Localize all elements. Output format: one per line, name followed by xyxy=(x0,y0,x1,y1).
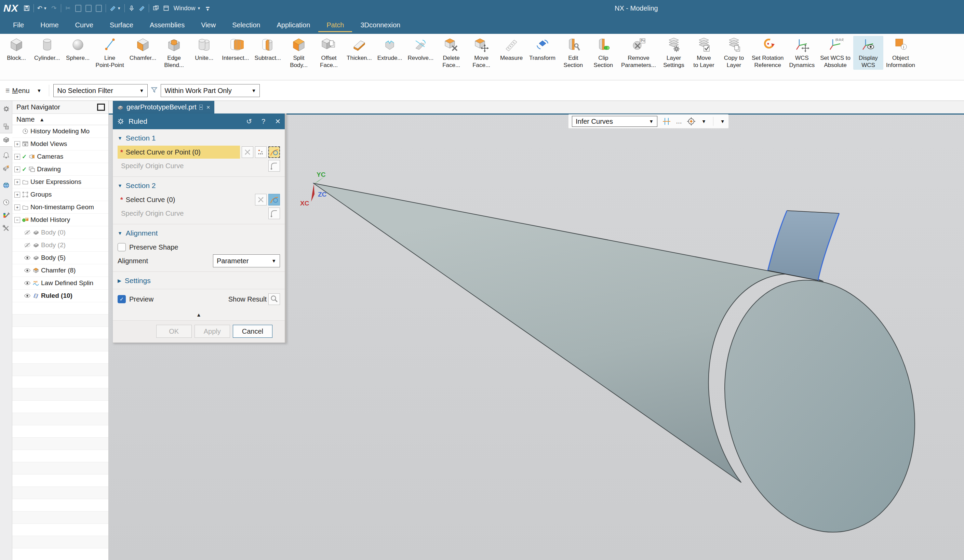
expand-icon[interactable]: + xyxy=(15,166,20,172)
tree-row-cameras[interactable]: +✓Cameras xyxy=(12,150,108,163)
chamfer-button[interactable]: Chamfer... xyxy=(127,36,159,62)
system-tools-icon[interactable] xyxy=(0,222,12,235)
dialog-title-bar[interactable]: Ruled ↺ ? ✕ xyxy=(113,114,285,129)
set-wcs-to-absolute-button[interactable]: Set WCS toAbsolute xyxy=(817,36,853,70)
visibility-on-icon[interactable] xyxy=(24,254,31,261)
dialog-close-icon[interactable]: ✕ xyxy=(275,117,281,125)
constraint-navigator-icon[interactable] xyxy=(0,162,12,175)
cut-icon[interactable]: ✂ xyxy=(65,4,72,13)
visibility-off-icon[interactable] xyxy=(24,229,31,236)
selection-filter-combo[interactable]: No Selection Filter▼ xyxy=(53,84,148,97)
menu-selection[interactable]: Selection xyxy=(224,18,268,32)
preserve-shape-checkbox[interactable] xyxy=(117,243,126,251)
tree-row-body-2[interactable]: Body (2) xyxy=(12,239,108,252)
tree-row-ruled-10[interactable]: Ruled (10) xyxy=(12,290,108,302)
tree-row-history-mode[interactable]: History Modeling Mo xyxy=(12,125,108,138)
customize-qat-icon[interactable]: ▬▼ xyxy=(204,4,211,13)
extrude-button[interactable]: Extrude... xyxy=(375,36,405,62)
paste-special-icon[interactable] xyxy=(95,4,102,13)
toolbar-overflow-icon[interactable]: ▼ xyxy=(720,119,725,124)
notifications-icon[interactable] xyxy=(0,149,12,162)
tree-row-model-views[interactable]: +Model Views xyxy=(12,138,108,150)
preview-checkbox[interactable]: ✓ xyxy=(117,295,126,303)
clip-section-button[interactable]: ClipSection xyxy=(588,36,619,70)
tree-row-model-history[interactable]: −Model History xyxy=(12,214,108,226)
tree-row-groups[interactable]: +Groups xyxy=(12,188,108,201)
intersect-button[interactable]: Intersect... xyxy=(219,36,252,62)
visibility-on-icon[interactable] xyxy=(24,280,31,287)
undo-icon[interactable]: ↶▼ xyxy=(37,4,47,13)
preferences-icon[interactable] xyxy=(0,102,12,115)
section1-header[interactable]: ▼Section 1 xyxy=(117,131,280,145)
collapse-icon[interactable]: − xyxy=(15,217,20,223)
line-point-point-button[interactable]: LinePoint-Point xyxy=(93,36,127,70)
part-tab[interactable]: gearPrototypeBevel.prt ▪ ✕ xyxy=(113,101,214,114)
tree-row-drawing[interactable]: +✓Drawing xyxy=(12,163,108,176)
menu-dropdown-button[interactable]: ☰Menu▼ xyxy=(0,87,47,95)
snap-point-icon[interactable]: ▼ xyxy=(687,117,706,126)
move-to-layer-button[interactable]: Moveto Layer xyxy=(689,36,719,70)
check-icon[interactable]: ✓ xyxy=(22,166,27,173)
measure-button[interactable]: Measure xyxy=(497,36,526,62)
curve-selection-icon[interactable] xyxy=(268,147,280,158)
touch-mode-icon[interactable]: ▼ xyxy=(109,4,121,13)
tree-row-body-0[interactable]: Body (0) xyxy=(12,226,108,239)
selection-scope-combo[interactable]: Within Work Part Only▼ xyxy=(161,84,260,97)
menu-home[interactable]: Home xyxy=(32,18,67,32)
section1-select-curve-field[interactable]: *Select Curve or Point (0) xyxy=(117,146,240,159)
stop-at-intersection-icon[interactable] xyxy=(662,117,671,126)
save-icon[interactable] xyxy=(23,4,30,13)
paste-icon[interactable] xyxy=(85,4,92,13)
menu-curve[interactable]: Curve xyxy=(67,18,101,32)
tree-row-law-defined-spline[interactable]: Law Defined Splin xyxy=(12,277,108,290)
cylinder-button[interactable]: Cylinder... xyxy=(31,36,63,62)
ruled-sheet-patch[interactable] xyxy=(768,211,839,280)
set-rotation-reference-button[interactable]: Set RotationReference xyxy=(749,36,787,70)
command-finder-icon[interactable] xyxy=(138,4,145,13)
ok-button[interactable]: OK xyxy=(156,325,192,338)
selection-scope-filter-icon[interactable] xyxy=(150,86,158,95)
wcs-dynamics-button[interactable]: WCSDynamics xyxy=(787,36,818,70)
preserve-shape-row[interactable]: Preserve Shape xyxy=(117,241,280,254)
graphics-window[interactable]: gearPrototypeBevel.prt ▪ ✕ xyxy=(109,101,964,560)
assembly-navigator-icon[interactable] xyxy=(0,120,12,133)
revolve-button[interactable]: Revolve... xyxy=(405,36,436,62)
window-split-icon[interactable] xyxy=(153,4,159,13)
subtract-button[interactable]: Subtract... xyxy=(252,36,284,62)
offset-face-button[interactable]: OffsetFace... xyxy=(314,36,344,70)
copy-to-layer-button[interactable]: Copy toLayer xyxy=(719,36,749,70)
expand-icon[interactable]: + xyxy=(15,179,20,185)
point-constructor-icon[interactable] xyxy=(255,147,267,158)
show-result-icon[interactable] xyxy=(268,293,280,305)
expand-icon[interactable]: + xyxy=(15,204,20,210)
deselect-icon[interactable] xyxy=(242,147,253,158)
visibility-on-icon[interactable] xyxy=(24,292,31,299)
tab-close-icon[interactable]: ✕ xyxy=(206,104,210,110)
edge-blend-button[interactable]: EdgeBlend... xyxy=(159,36,189,70)
menu-view[interactable]: View xyxy=(193,18,224,32)
move-face-button[interactable]: MoveFace... xyxy=(466,36,497,70)
delete-face-button[interactable]: DeleteFace... xyxy=(436,36,466,70)
more-options-icon[interactable]: … xyxy=(676,118,682,125)
curve-selection-icon[interactable] xyxy=(268,194,280,205)
window-icon[interactable] xyxy=(163,4,169,13)
window-menu[interactable]: Window▼ xyxy=(174,4,201,13)
remove-parameters-button[interactable]: RemoveParameters... xyxy=(619,36,659,70)
cancel-button[interactable]: Cancel xyxy=(233,325,272,338)
section2-select-curve-field[interactable]: *Select Curve (0) xyxy=(117,193,253,206)
deselect-icon[interactable] xyxy=(255,194,267,205)
unite-button[interactable]: Unite... xyxy=(189,36,219,62)
sphere-button[interactable]: Sphere... xyxy=(63,36,93,62)
dialog-collapse-handle[interactable]: ▲ xyxy=(113,310,285,321)
display-wcs-button[interactable]: DisplayWCS xyxy=(853,36,883,70)
visibility-off-icon[interactable] xyxy=(24,242,31,249)
menu-assemblies[interactable]: Assemblies xyxy=(142,18,193,32)
tree-row-non-timestamp-geometry[interactable]: +Non-timestamp Geom xyxy=(12,201,108,214)
history-icon[interactable] xyxy=(0,196,12,209)
menu-3dconnexion[interactable]: 3Dconnexion xyxy=(352,18,409,32)
split-body-button[interactable]: SplitBody... xyxy=(284,36,314,70)
origin-curve-icon[interactable] xyxy=(268,160,280,172)
section2-header[interactable]: ▼Section 2 xyxy=(117,179,280,192)
check-icon[interactable]: ✓ xyxy=(22,153,27,160)
block-button[interactable]: Block... xyxy=(2,36,31,62)
